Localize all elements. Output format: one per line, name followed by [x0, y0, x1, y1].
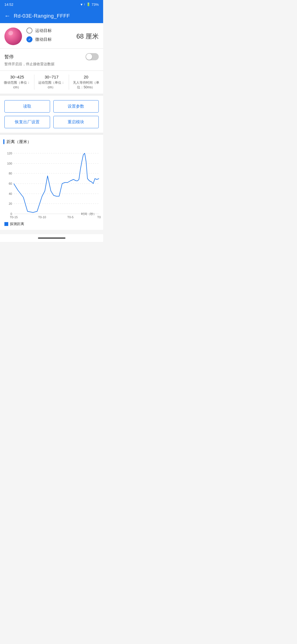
motion-range-label: 运动范围（单位：cm）: [37, 80, 66, 90]
device-avatar: [4, 28, 22, 45]
time-display: 14:52: [4, 2, 13, 7]
set-params-button[interactable]: 设置参数: [53, 100, 99, 113]
wait-time-param: 20 无人等待时间（单位：50ms）: [69, 75, 103, 90]
svg-text:60: 60: [9, 182, 12, 185]
svg-text:时间（秒）: 时间（秒）: [81, 212, 96, 215]
svg-text:T0-5: T0-5: [67, 215, 74, 219]
motion-range-param: 30~717 运动范围（单位：cm）: [34, 75, 69, 90]
motion-target-radio[interactable]: [26, 28, 32, 34]
svg-text:20: 20: [9, 202, 12, 205]
chart-section: 距离（厘米） 120 100 80 60 40 20: [0, 135, 103, 230]
app-bar: ← Rd-03E-Ranging_FFFF: [0, 9, 103, 23]
svg-text:T0-10: T0-10: [38, 215, 46, 219]
params-section: 30~425 微动范围（单位：cm） 30~717 运动范围（单位：cm） 20…: [0, 70, 103, 96]
svg-text:100: 100: [7, 162, 12, 165]
wait-time-value: 20: [71, 75, 101, 79]
micro-target-label: 微动目标: [35, 37, 52, 42]
legend-label: 探测距离: [10, 222, 24, 227]
svg-text:0: 0: [10, 212, 12, 215]
device-info-section: 运动目标 ✓ 微动目标 68 厘米: [0, 23, 103, 48]
pause-description: 暂停开启后，停止接收雷达数据: [4, 62, 54, 66]
status-icons: ▾ ↑ 🔋 73%: [81, 2, 99, 7]
status-bar: 14:52 ▾ ↑ 🔋 73%: [0, 0, 103, 9]
motion-range-value: 30~717: [37, 75, 66, 79]
micro-range-label: 微动范围（单位：cm）: [2, 80, 32, 90]
svg-text:40: 40: [9, 192, 12, 195]
wait-time-label: 无人等待时间（单位：50ms）: [71, 80, 101, 90]
pause-title: 暂停: [4, 54, 14, 60]
signal-icon: ↑: [84, 2, 85, 6]
pause-section: 暂停 暂停开启后，停止接收雷达数据: [0, 49, 103, 70]
svg-text:120: 120: [7, 152, 12, 155]
micro-range-param: 30~425 微动范围（单位：cm）: [0, 75, 34, 90]
nav-handle: [38, 238, 65, 239]
micro-target-option[interactable]: ✓ 微动目标: [26, 36, 76, 42]
svg-text:T0-15: T0-15: [10, 215, 18, 219]
pause-toggle[interactable]: [86, 53, 99, 60]
motion-target-label: 运动目标: [35, 28, 52, 33]
distance-display: 68 厘米: [76, 32, 99, 41]
wifi-icon: ▾: [81, 2, 82, 7]
chart-wrapper: 120 100 80 60 40 20 0 T0-15 T0-10 T0-5 T…: [2, 148, 101, 219]
chart-title-text: 距离（厘米）: [7, 139, 31, 144]
legend-color-box: [4, 222, 8, 226]
battery-icon: 🔋: [86, 2, 90, 6]
app-title: Rd-03E-Ranging_FFFF: [14, 13, 70, 19]
motion-target-option[interactable]: 运动目标: [26, 28, 76, 34]
distance-chart: 120 100 80 60 40 20 0 T0-15 T0-10 T0-5 T…: [2, 148, 101, 219]
micro-target-checkbox[interactable]: ✓: [26, 36, 32, 42]
pause-header: 暂停: [4, 53, 99, 60]
reboot-button[interactable]: 重启模块: [53, 116, 99, 128]
main-content: 运动目标 ✓ 微动目标 68 厘米 暂停 暂停开启后，停止接收雷达数据 30~4…: [0, 23, 103, 230]
nav-bar: [0, 234, 103, 242]
chart-title-bar: [3, 139, 4, 144]
back-button[interactable]: ←: [4, 12, 10, 20]
svg-text:T0: T0: [97, 215, 101, 219]
factory-reset-button[interactable]: 恢复出厂设置: [4, 116, 50, 128]
read-button[interactable]: 读取: [4, 100, 50, 113]
battery-level: 73%: [92, 2, 99, 7]
svg-text:80: 80: [9, 172, 12, 175]
action-buttons-section: 读取 设置参数 恢复出厂设置 重启模块: [0, 96, 103, 135]
micro-range-value: 30~425: [2, 75, 32, 79]
target-options: 运动目标 ✓ 微动目标: [26, 28, 76, 45]
chart-legend: 探测距离: [2, 219, 101, 228]
chart-title-area: 距离（厘米）: [2, 139, 101, 144]
